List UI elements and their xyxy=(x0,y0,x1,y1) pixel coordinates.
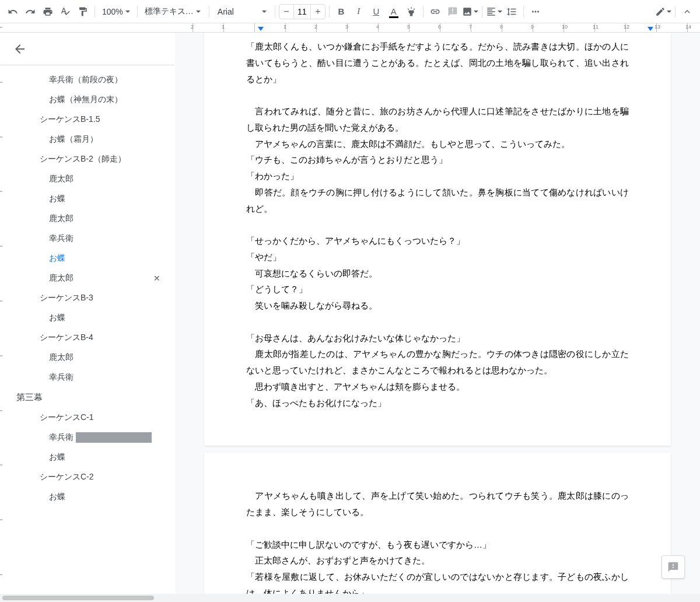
outline-item[interactable]: お蝶 xyxy=(0,308,174,328)
align-button[interactable] xyxy=(486,4,502,20)
outline-item[interactable]: 幸兵衛 xyxy=(0,428,174,447)
outline-item-label: 鹿太郎 xyxy=(49,273,74,284)
toolbar: 100% 標準テキス… Arial − + B I U A xyxy=(0,0,700,23)
underline-button[interactable]: U xyxy=(368,4,384,20)
document-line[interactable]: 思わず噴き出すと、アヤメちゃんは頬を膨らませる。 xyxy=(246,379,629,395)
document-line[interactable]: 「ご歓談中に申し訳ないのですが、もう夜も遅いですから…」 xyxy=(246,537,629,553)
undo-button[interactable] xyxy=(5,4,21,20)
editing-mode-button[interactable] xyxy=(655,4,671,20)
outline-item-label: シーケンスB-1.5 xyxy=(40,114,100,125)
outline-item-label: お蝶（霜月） xyxy=(49,134,98,145)
document-line[interactable]: 即答だ。顔をウチの胸に押し付けるようにして頷いた。鼻を胸板に当てて傷めなければい… xyxy=(246,184,629,217)
outline-item-label: お蝶 xyxy=(49,194,65,204)
document-line[interactable] xyxy=(246,520,629,537)
document-line[interactable]: 「やだ」 xyxy=(246,249,629,265)
outline-item[interactable]: お蝶（霜月） xyxy=(0,130,174,149)
outline-item[interactable]: シーケンスB-4 xyxy=(0,328,174,348)
document-line[interactable]: 言われてみれば、随分と昔に、旅のお坊さんから代理人に口述筆記をさせたばかりに土地… xyxy=(246,103,629,136)
outline-item[interactable]: お蝶 xyxy=(0,447,174,467)
outline-item[interactable]: シーケンスB-2（師走） xyxy=(0,149,174,169)
document-line[interactable]: 「お母さんは、あんなお化けみたいな体じゃなかった」 xyxy=(246,330,629,346)
left-indent-marker[interactable] xyxy=(258,27,264,33)
ruler-tick: 13 xyxy=(656,23,687,32)
document-line[interactable]: 「どうして？」 xyxy=(246,281,629,298)
document-line[interactable]: 「わかった」 xyxy=(246,168,629,184)
outline-item[interactable]: シーケンスC-1 xyxy=(0,408,174,428)
outline-item[interactable]: 幸兵衛 xyxy=(0,229,174,249)
document-line[interactable] xyxy=(246,216,629,233)
outline-item-label: 鹿太郎 xyxy=(49,214,74,224)
font-select[interactable]: Arial xyxy=(213,4,271,19)
spellcheck-button[interactable] xyxy=(57,4,74,20)
document-page[interactable]: アヤメちゃんも噴き出して、声を上げて笑い始めた。つられてウチも笑う。鹿太郎は膝に… xyxy=(204,453,671,594)
document-line[interactable]: 「ウチも、このお姉ちゃんが言うとおりだと思う」 xyxy=(246,152,629,168)
document-page[interactable]: 「鹿太郎くんも、いつか鎌倉にお手紙をだすようになる。だから、読み書きは大切。ほか… xyxy=(204,33,671,446)
outline-item[interactable]: お蝶 xyxy=(0,189,174,209)
paragraph-style-select[interactable]: 標準テキス… xyxy=(141,4,205,19)
outline-item[interactable]: お蝶（神無月の末） xyxy=(0,90,174,110)
outline-item[interactable]: 鹿太郎✕ xyxy=(0,268,174,288)
outline-item[interactable]: お蝶 xyxy=(0,249,174,268)
chevron-down-icon xyxy=(196,10,201,13)
ruler-tick: 6 xyxy=(440,23,471,32)
insert-link-button[interactable] xyxy=(427,4,443,20)
chevron-down-icon xyxy=(667,10,671,13)
print-button[interactable] xyxy=(40,4,56,20)
insert-image-button[interactable] xyxy=(462,4,478,20)
right-indent-marker[interactable] xyxy=(648,27,653,33)
outline-item-label: シーケンスC-1 xyxy=(40,412,94,423)
font-size-input[interactable] xyxy=(293,5,311,19)
document-line[interactable]: 可哀想になるくらいの即答だ。 xyxy=(246,265,629,282)
outline-item-label: シーケンスB-3 xyxy=(40,293,93,303)
remove-outline-item-button[interactable]: ✕ xyxy=(153,274,160,283)
horizontal-scrollbar[interactable] xyxy=(0,594,700,602)
document-line[interactable]: アヤメちゃんの言葉に、鹿太郎は不満顔だ。もしやと思って、こういってみた。 xyxy=(246,136,629,152)
outline-item[interactable]: 鹿太郎 xyxy=(0,169,174,189)
document-line[interactable]: 「若様を屋敷に返して、お休みいただくのが宜しいのではないかと存じます。子どもの夜… xyxy=(246,569,629,594)
outline-item-label: お蝶 xyxy=(49,313,65,323)
ruler-tick: 9 xyxy=(533,23,564,32)
zoom-select[interactable]: 100% xyxy=(99,4,134,19)
italic-button[interactable]: I xyxy=(351,4,367,20)
document-line[interactable]: アヤメちゃんも噴き出して、声を上げて笑い始めた。つられてウチも笑う。鹿太郎は膝に… xyxy=(246,488,629,520)
outline-item-label: お蝶（神無月の末） xyxy=(49,94,123,105)
line-spacing-button[interactable] xyxy=(503,4,520,20)
paint-format-button[interactable] xyxy=(75,4,91,20)
chevron-down-icon xyxy=(262,10,267,13)
redo-button[interactable] xyxy=(22,4,38,20)
document-area[interactable]: 「鹿太郎くんも、いつか鎌倉にお手紙をだすようになる。だから、読み書きは大切。ほか… xyxy=(175,33,700,594)
outline-item[interactable]: 第三幕 xyxy=(0,387,174,408)
font-name: Arial xyxy=(218,7,234,16)
outline-item[interactable]: 鹿太郎 xyxy=(0,209,174,229)
more-button[interactable] xyxy=(527,4,544,20)
document-line[interactable]: 正太郎さんが、おずおずと声をかけてきた。 xyxy=(246,552,629,569)
document-line[interactable]: 「あ、ほっぺたもお化けになった」 xyxy=(246,395,629,411)
bold-button[interactable]: B xyxy=(333,4,349,20)
document-line[interactable] xyxy=(246,87,629,103)
outline-item[interactable]: シーケンスC-2 xyxy=(0,467,174,487)
document-line[interactable] xyxy=(246,314,629,330)
outline-item[interactable]: 幸兵衛 xyxy=(0,368,174,387)
document-line[interactable]: 笑いを噛み殺しながら尋ねる。 xyxy=(246,298,629,314)
scrollbar-thumb[interactable] xyxy=(2,596,154,600)
insert-comment-button[interactable] xyxy=(444,4,461,20)
outline-item[interactable]: シーケンスB-1.5 xyxy=(0,110,174,130)
document-line[interactable]: 鹿太郎が指差したのは、アヤメちゃんの豊かな胸だった。ウチの体つきは隠密の役にしか… xyxy=(246,346,629,379)
text-color-button[interactable]: A xyxy=(386,4,402,20)
outline-item[interactable]: 鹿太郎 xyxy=(0,348,174,368)
explore-button[interactable] xyxy=(662,555,685,579)
ruler[interactable]: 211234567891011121314151617 xyxy=(0,23,700,33)
highlight-button[interactable] xyxy=(403,4,419,20)
outline-item[interactable]: お蝶 xyxy=(0,487,174,507)
ruler-tick: 5 xyxy=(409,23,440,32)
decrease-font-button[interactable]: − xyxy=(279,6,293,17)
document-line[interactable]: 「鹿太郎くんも、いつか鎌倉にお手紙をだすようになる。だから、読み書きは大切。ほか… xyxy=(246,38,629,87)
document-line[interactable]: 「せっかくだから、アヤメちゃんにもくっついたら？」 xyxy=(246,233,629,249)
chevron-down-icon xyxy=(125,10,130,13)
outline-item[interactable]: シーケンスB-3 xyxy=(0,288,174,308)
increase-font-button[interactable]: + xyxy=(311,6,325,17)
outline-item[interactable]: 幸兵衛（前段の夜） xyxy=(0,70,174,90)
collapse-toolbar-button[interactable] xyxy=(679,4,695,20)
selection-highlight xyxy=(76,432,152,443)
close-outline-button[interactable] xyxy=(12,41,28,57)
